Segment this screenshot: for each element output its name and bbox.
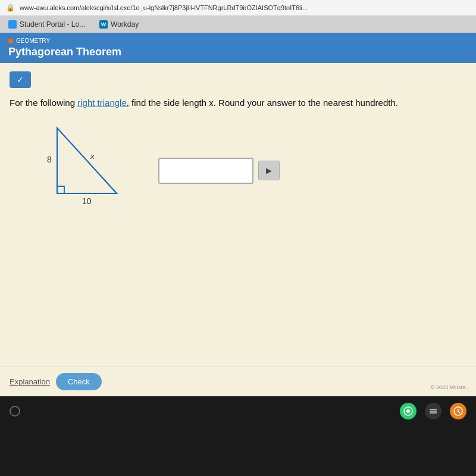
tab-workday-label: Workday: [111, 20, 139, 29]
problem-text-end: , find the side length x. Round your ans…: [127, 98, 398, 108]
copyright-text: © 2023 McGra...: [431, 384, 470, 390]
bottom-bar: Explanation Check: [0, 367, 476, 396]
tab-student-portal[interactable]: Student Portal - Lo...: [5, 18, 89, 30]
svg-point-5: [406, 409, 410, 413]
address-bar: 🔒 www-awu.aleks.com/alekscgi/x/Isl.exe/1…: [0, 0, 476, 16]
dropdown-button[interactable]: ✓: [10, 71, 31, 88]
svg-rect-7: [430, 411, 437, 412]
right-triangle-link[interactable]: right triangle: [77, 98, 127, 108]
aleks-header: GEOMETRY Pythagorean Theorem: [0, 33, 476, 63]
student-portal-icon: [8, 20, 17, 29]
taskbar-orange-icon[interactable]: [450, 403, 466, 419]
tabs-bar: Student Portal - Lo... W Workday: [0, 16, 476, 33]
url-text: www-awu.aleks.com/alekscgi/x/Isl.exe/1o_…: [20, 4, 470, 11]
problem-text-start: For the following: [10, 98, 77, 108]
category-label: GEOMETRY: [16, 37, 50, 44]
answer-box-container: ▶: [158, 158, 280, 184]
workday-icon: W: [99, 20, 108, 29]
taskbar-green-icon[interactable]: [400, 403, 416, 419]
browser-chrome: 🔒 www-awu.aleks.com/alekscgi/x/Isl.exe/1…: [0, 0, 476, 33]
tab-workday[interactable]: W Workday: [96, 18, 142, 30]
taskbar: [0, 396, 476, 426]
svg-rect-8: [430, 412, 437, 414]
svg-marker-0: [57, 128, 117, 193]
triangle-svg: 8 10 x: [27, 122, 134, 217]
taskbar-dark-icon[interactable]: [425, 403, 441, 419]
taskbar-right: [400, 403, 466, 419]
page-title: Pythagorean Theorem: [8, 46, 121, 58]
svg-text:x: x: [90, 152, 95, 161]
triangle-diagram: 8 10 x: [27, 122, 134, 220]
main-content: ✓ For the following right triangle, find…: [0, 63, 476, 396]
check-button[interactable]: Check: [56, 373, 102, 390]
problem-text: For the following right triangle, find t…: [10, 96, 466, 110]
answer-input[interactable]: [158, 158, 253, 184]
svg-text:10: 10: [82, 196, 92, 206]
taskbar-left: [10, 406, 20, 416]
svg-rect-6: [430, 409, 437, 410]
header-content: GEOMETRY Pythagorean Theorem: [8, 37, 121, 58]
taskbar-circle-icon[interactable]: [10, 406, 20, 416]
header-category: GEOMETRY: [8, 37, 121, 44]
lock-icon: 🔒: [6, 4, 15, 12]
triangle-area: 8 10 x ▶: [10, 122, 466, 220]
next-button[interactable]: ▶: [258, 161, 280, 180]
svg-text:8: 8: [47, 155, 52, 164]
orange-dot-icon: [8, 39, 13, 43]
explanation-button[interactable]: Explanation: [10, 377, 50, 386]
tab-student-label: Student Portal - Lo...: [20, 20, 85, 29]
